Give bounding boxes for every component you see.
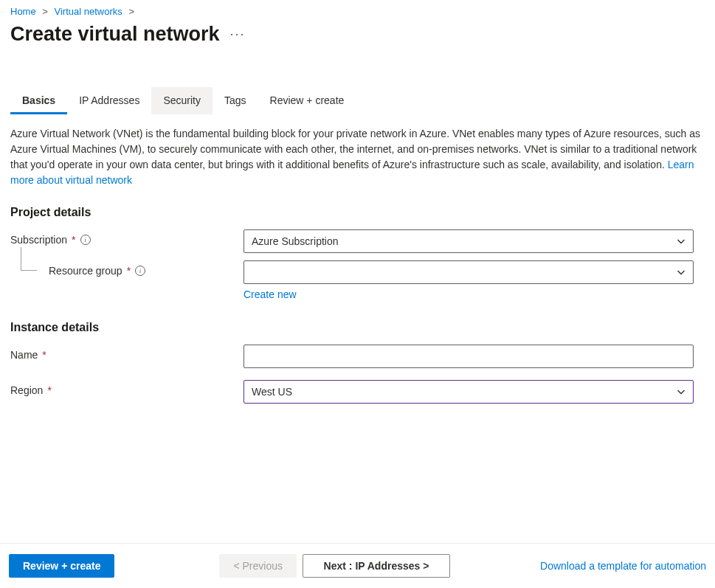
tab-basics[interactable]: Basics: [10, 87, 67, 114]
download-template-link[interactable]: Download a template for automation: [540, 560, 706, 572]
tab-tags[interactable]: Tags: [213, 87, 258, 114]
subscription-label-col: Subscription * i: [10, 229, 243, 246]
name-label: Name: [10, 349, 38, 361]
content-area: Azure Virtual Network (VNet) is the fund…: [0, 114, 715, 426]
resource-group-label: Resource group: [49, 265, 122, 277]
region-input-col: West US: [243, 380, 694, 404]
tab-security[interactable]: Security: [151, 87, 213, 114]
tree-connector: [21, 247, 37, 271]
name-input-col: [243, 345, 694, 368]
required-marker: *: [47, 384, 51, 396]
chevron-down-icon: [677, 387, 685, 396]
resource-group-label-col: Resource group * i: [10, 260, 243, 277]
page-title-row: Create virtual network ···: [0, 18, 715, 60]
required-marker: *: [42, 349, 46, 361]
tabs: Basics IP Addresses Security Tags Review…: [0, 87, 715, 114]
info-icon[interactable]: i: [80, 235, 91, 245]
next-button[interactable]: Next : IP Addresses >: [303, 554, 450, 578]
region-label: Region: [10, 384, 43, 396]
footer-bar: Review + create < Previous Next : IP Add…: [0, 543, 715, 588]
name-input[interactable]: [243, 345, 694, 368]
breadcrumb-vnets-link[interactable]: Virtual networks: [55, 6, 122, 17]
region-value: West US: [252, 386, 292, 398]
subscription-value: Azure Subscription: [252, 235, 339, 247]
more-actions-button[interactable]: ···: [230, 27, 246, 42]
subscription-input-col: Azure Subscription: [243, 229, 694, 253]
chevron-down-icon: [677, 237, 685, 246]
breadcrumb-home-link[interactable]: Home: [10, 6, 36, 17]
create-new-link[interactable]: Create new: [243, 288, 297, 300]
breadcrumb: Home > Virtual networks >: [0, 0, 715, 18]
breadcrumb-sep: >: [128, 6, 134, 17]
subscription-label: Subscription: [10, 234, 67, 246]
description-text: Azure Virtual Network (VNet) is the fund…: [10, 126, 705, 188]
previous-button[interactable]: < Previous: [219, 554, 297, 578]
resource-group-row: Resource group * i Create new: [10, 260, 705, 300]
project-details-heading: Project details: [10, 206, 705, 219]
name-row: Name *: [10, 345, 705, 368]
tab-ip-addresses[interactable]: IP Addresses: [67, 87, 151, 114]
info-icon[interactable]: i: [135, 266, 145, 276]
resource-group-select[interactable]: [243, 260, 694, 284]
breadcrumb-sep: >: [42, 6, 48, 17]
description-body: Azure Virtual Network (VNet) is the fund…: [10, 128, 700, 170]
region-row: Region * West US: [10, 380, 705, 404]
required-marker: *: [72, 234, 75, 246]
tab-review-create[interactable]: Review + create: [258, 87, 356, 114]
name-label-col: Name *: [10, 345, 243, 361]
region-label-col: Region *: [10, 380, 243, 396]
instance-details-heading: Instance details: [10, 321, 705, 334]
review-create-button[interactable]: Review + create: [9, 554, 114, 578]
subscription-select[interactable]: Azure Subscription: [243, 229, 694, 253]
chevron-down-icon: [677, 268, 685, 277]
subscription-row: Subscription * i Azure Subscription: [10, 229, 705, 253]
resource-group-input-col: Create new: [243, 260, 694, 300]
required-marker: *: [127, 265, 131, 277]
region-select[interactable]: West US: [243, 380, 694, 404]
page-title: Create virtual network: [10, 23, 220, 46]
